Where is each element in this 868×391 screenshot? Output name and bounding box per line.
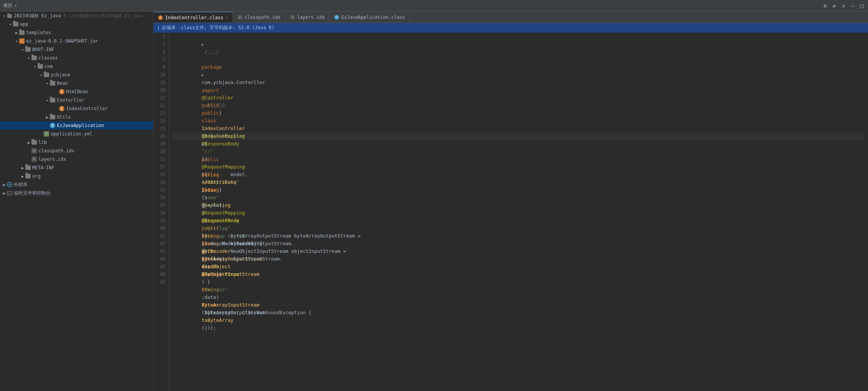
tree-arrow-temp: ▶ (2, 191, 7, 195)
layers-label: layers.idx (38, 157, 66, 162)
htmlbean-label: HtmlBean (66, 89, 88, 94)
tab-label-classpath: classpath.idx (245, 15, 281, 20)
tab-label-indexcontroller: IndexController.class (165, 15, 223, 20)
contorller-label: Contorller (57, 97, 84, 103)
tree-arrow-utils: ▶ (45, 115, 50, 119)
jar-label: ez_java-0.0.1-SNAPSHOT.jar (26, 38, 98, 44)
code-editor[interactable]: 1 5 6 7 8 18 19 20 21 22 23 24 25 26 29 … (154, 33, 868, 391)
tree-arrow-lib: ▶ (26, 140, 31, 145)
code-line-31: public String templating ( @RequestParam… (173, 155, 864, 163)
tree-item-bean[interactable]: ▾ Bean (0, 79, 153, 87)
tab-layers[interactable]: layers.idx (286, 12, 330, 23)
code-line-30: @RequestMapping ({ "/templating" }) (173, 148, 864, 155)
tree-item-temp[interactable]: ▶ 临时文件和控制台 (0, 189, 153, 197)
fold-arrow-26[interactable]: ▶ (202, 140, 205, 148)
tree-item-jar[interactable]: ▾ J ez_java-0.0.1-SNAPSHOT.jar (0, 37, 153, 45)
tab-ezjava[interactable]: C EzJavaApplication.class (330, 12, 410, 23)
main-layout: ▾ 2023羊城杯 Ez_java E:\大头复现计划\2023羊城杯 Ez_j… (0, 12, 868, 391)
tree-arrow-org: ▶ (20, 174, 25, 178)
tree-item-external[interactable]: ▶ 外部库 (0, 180, 153, 189)
folder-icon-classes (31, 56, 37, 60)
classes-label: classes (38, 55, 58, 61)
fold-arrow-8[interactable]: ▶ (202, 71, 205, 79)
tree-item-metainf[interactable]: ▶ META-INF (0, 163, 153, 172)
tree-item-com[interactable]: ▾ com (0, 62, 153, 71)
templates-label: templates (26, 30, 51, 35)
code-content[interactable]: ▶ /.../ package com.ycbjava.Contorller ; (169, 33, 868, 391)
minimize-icon[interactable]: — (850, 3, 856, 9)
folder-icon-app (13, 22, 18, 26)
folder-icon-ycbjava (44, 73, 49, 77)
tree-arrow-metainf: ▶ (20, 166, 25, 170)
tree-item-root[interactable]: ▾ 2023羊城杯 Ez_java E:\大头复现计划\2023羊城杯 Ez_j… (0, 12, 153, 20)
root-project-name: 2023羊城杯 Ez_java (14, 13, 61, 18)
svg-rect-5 (7, 191, 12, 195)
app-label: app (20, 21, 28, 27)
tab-close-indexcontroller[interactable]: ✕ (226, 15, 228, 20)
folder-icon-bean (50, 81, 55, 86)
indexcontroller-label: IndexController (66, 106, 107, 111)
code-line-20: public class IndexController { (173, 86, 864, 94)
maximize-icon[interactable]: □ (859, 3, 865, 9)
info-text: 反编译 .class文件, 字节码版本: 52.0 (Java 8) (162, 25, 274, 31)
code-line-38: public String getflag ( @RequestParam St… (173, 209, 864, 217)
code-line-7 (173, 56, 864, 63)
tree-item-layers[interactable]: ▶ layers.idx (0, 155, 153, 163)
close-icon[interactable]: ✕ (840, 3, 847, 9)
code-line-19: @Controller 0个用法 (173, 79, 864, 86)
tree-item-htmlbean[interactable]: ▶ C HtmlBean (0, 87, 153, 96)
class-icon-indexcontroller: C (59, 106, 64, 111)
tree-item-ezjavaapp[interactable]: ▶ C EzJavaApplication (0, 121, 153, 130)
code-line-8: ▶ import ... (173, 63, 864, 71)
utils-label: Utils (57, 114, 71, 120)
tab-classpath[interactable]: classpath.idx (233, 12, 286, 23)
tree-item-templates[interactable]: ▶ templates (0, 28, 153, 37)
tree-arrow-bean: ▾ (45, 81, 50, 86)
root-label: 2023羊城杯 Ez_java E:\大头复现计划\2023羊城杯 Ez_jav… (14, 13, 142, 19)
code-line-33: return "index" ; (173, 171, 864, 178)
tree-item-lib[interactable]: ▶ lib (0, 138, 153, 147)
tree-item-org[interactable]: ▶ org (0, 172, 153, 180)
swap-icon[interactable]: ⇄ (831, 3, 837, 9)
com-label: com (45, 64, 53, 69)
tree-item-appyml[interactable]: ▶ Y application.yml (0, 130, 153, 138)
temp-label: 临时文件和控制台 (14, 190, 51, 196)
info-icon: ℹ (157, 25, 159, 31)
tree-item-classpath[interactable]: ▶ classpath.idx (0, 147, 153, 155)
sync-icon[interactable]: ⊕ (822, 3, 828, 9)
ycbjava-label: ycbjava (51, 72, 70, 78)
title-bar: 项目 ▾ ⊕ ⇄ ✕ — □ (0, 0, 868, 12)
tree-item-indexcontroller[interactable]: ▶ C IndexController (0, 104, 153, 113)
code-line-39: byte [] decode = Base64. getDecoder (). … (173, 217, 864, 224)
tree-item-app[interactable]: ▾ app (0, 20, 153, 28)
ezjavaapp-label: EzJavaApplication (57, 123, 104, 128)
code-line-23 (173, 109, 864, 117)
tree-item-contorller[interactable]: ▾ Contorller (0, 96, 153, 104)
folder-icon-metainf (25, 165, 31, 170)
tree-item-ycbjava[interactable]: ▾ ycbjava (0, 71, 153, 79)
tree-item-classes[interactable]: ▾ classes (0, 54, 153, 62)
code-line-26: ▶ public String index () { return "Welco… (173, 132, 864, 140)
tree-item-bootinf[interactable]: ▾ BOOT-INF (0, 45, 153, 54)
tree-arrow-jar: ▾ (14, 39, 19, 43)
root-project-path: E:\大头复现计划\2023羊城杯 Ez_java (64, 13, 142, 18)
yaml-icon: Y (44, 131, 49, 137)
code-line-46: } (173, 271, 864, 278)
tab-indexcontroller[interactable]: C IndexController.class ✕ (154, 12, 233, 23)
org-label: org (32, 173, 41, 179)
code-line-21: public IndexController () { (173, 94, 864, 102)
jar-icon: J (19, 38, 25, 44)
tab-bar: C IndexController.class ✕ classpath.idx … (154, 12, 868, 23)
folder-icon-templates (19, 30, 25, 35)
code-line-6: package com.ycbjava.Contorller ; (173, 48, 864, 56)
temp-icon (7, 190, 12, 196)
fold-arrow-1[interactable]: ▶ (202, 41, 205, 48)
code-line-1: ▶ /.../ (173, 33, 864, 40)
tree-arrow-app: ▾ (8, 22, 13, 26)
folder-icon-lib (31, 140, 37, 145)
code-line-22: } (173, 102, 864, 109)
chevron-down-icon[interactable]: ▾ (15, 3, 17, 8)
idx-icon-layers (31, 157, 37, 162)
tree-item-utils[interactable]: ▶ Utils (0, 113, 153, 121)
code-line-36: @RequestMapping ({ "/getflag" }) (173, 194, 864, 201)
